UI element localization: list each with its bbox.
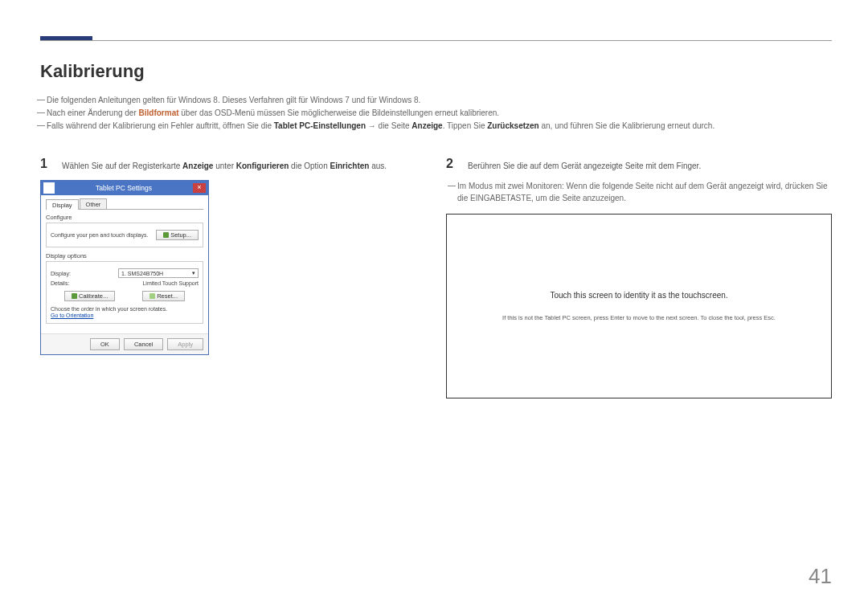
- reset-icon: [149, 293, 155, 299]
- details-label: Details:: [51, 280, 69, 286]
- intro-3-b1: Tablet PC-Einstellungen: [274, 121, 366, 130]
- column-2: 2 Berühren Sie die auf dem Gerät angezei…: [446, 157, 832, 398]
- touch-main-text: Touch this screen to identity it as the …: [550, 291, 727, 300]
- tab-display[interactable]: Display: [46, 199, 79, 210]
- reset-button[interactable]: Reset...: [142, 291, 185, 301]
- calibrate-button-label: Calibrate...: [79, 292, 108, 300]
- close-icon[interactable]: ×: [193, 183, 206, 193]
- display-select-value: 1. SMS24B750H: [121, 271, 163, 276]
- cancel-button[interactable]: Cancel: [124, 338, 163, 350]
- dialog-body: Display Other Configure Configure your p…: [41, 195, 208, 333]
- step-2-subnote: Im Modus mit zwei Monitoren: Wenn die fo…: [446, 180, 832, 204]
- orientation-link[interactable]: Go to Orientation: [51, 313, 93, 318]
- column-1: 1 Wählen Sie auf der Registerkarte Anzei…: [40, 157, 426, 398]
- display-label: Display:: [51, 271, 71, 276]
- intro-3-b3: Zurücksetzen: [487, 121, 538, 130]
- dialog-app-icon: [43, 182, 55, 194]
- intro-3-mid2: . Tippen Sie: [443, 121, 488, 130]
- display-options-label: Display options: [46, 252, 203, 260]
- page-title: Kalibrierung: [40, 61, 832, 82]
- tablet-pc-settings-dialog: Tablet PC Settings × Display Other Confi…: [40, 180, 209, 355]
- step-2-number: 2: [446, 157, 456, 171]
- s1-b1: Anzeige: [182, 161, 213, 170]
- details-value: Limited Touch Support: [142, 280, 199, 286]
- touch-sub-text: If this is not the Tablet PC screen, pre…: [502, 314, 776, 321]
- dialog-tabs: Display Other: [46, 198, 203, 210]
- intro-3-post: an, und führen Sie die Kalibrierung erne…: [539, 121, 714, 130]
- dialog-title: Tablet PC Settings: [55, 184, 193, 192]
- configure-box: Configure your pen and touch displays. S…: [46, 223, 203, 247]
- intro-3-pre: Falls während der Kalibrierung ein Fehle…: [47, 121, 274, 130]
- display-options-box: Display: 1. SMS24B750H ▾ Details: Limite…: [46, 261, 203, 324]
- calibrate-icon: [72, 293, 77, 299]
- ok-button[interactable]: OK: [90, 338, 120, 350]
- header-divider: [40, 40, 832, 41]
- dialog-titlebar: Tablet PC Settings ×: [41, 181, 208, 195]
- intro-2-post: über das OSD-Menü müssen Sie möglicherwe…: [179, 108, 500, 117]
- step-2-text: Berühren Sie die auf dem Gerät angezeigt…: [468, 157, 701, 172]
- rotation-text: Choose the order in which your screen ro…: [51, 306, 199, 312]
- intro-line-2: Nach einer Änderung der Bildformat über …: [40, 107, 832, 120]
- intro-text-1: Die folgenden Anleitungen gelten für Win…: [47, 96, 420, 104]
- intro-2-bold: Bildformat: [139, 108, 179, 117]
- step-1: 1 Wählen Sie auf der Registerkarte Anzei…: [40, 157, 426, 172]
- tab-other[interactable]: Other: [80, 198, 108, 209]
- intro-notes: Die folgenden Anleitungen gelten für Win…: [40, 94, 832, 133]
- intro-3-mid: → die Seite: [366, 121, 411, 130]
- calibrate-button[interactable]: Calibrate...: [64, 291, 115, 301]
- touch-screen-panel: Touch this screen to identity it as the …: [446, 214, 832, 398]
- setup-button[interactable]: Setup...: [156, 230, 199, 240]
- reset-button-label: Reset...: [157, 292, 178, 300]
- setup-icon: [163, 232, 169, 238]
- header-accent: [40, 36, 92, 40]
- s1-b2: Konfigurieren: [236, 161, 289, 170]
- page-number: 41: [809, 564, 832, 589]
- step-1-text: Wählen Sie auf der Registerkarte Anzeige…: [62, 157, 387, 172]
- s1-mid2: die Option: [289, 161, 330, 170]
- step-2: 2 Berühren Sie die auf dem Gerät angezei…: [446, 157, 832, 172]
- intro-2-pre: Nach einer Änderung der: [47, 108, 139, 117]
- dialog-footer: OK Cancel Apply: [41, 333, 208, 354]
- s1-post: aus.: [369, 161, 387, 170]
- step-1-number: 1: [40, 157, 50, 171]
- intro-3-b2: Anzeige: [411, 121, 442, 130]
- chevron-down-icon: ▾: [192, 270, 195, 276]
- intro-line-3: Falls während der Kalibrierung ein Fehle…: [40, 120, 832, 133]
- configure-text: Configure your pen and touch displays.: [51, 232, 148, 238]
- configure-label: Configure: [46, 214, 203, 221]
- setup-button-label: Setup...: [170, 231, 191, 239]
- s1-mid1: unter: [213, 161, 235, 170]
- intro-line-1: Die folgenden Anleitungen gelten für Win…: [40, 94, 832, 107]
- apply-button[interactable]: Apply: [167, 338, 203, 350]
- s1-pre: Wählen Sie auf der Registerkarte: [62, 161, 182, 170]
- s1-b3: Einrichten: [330, 161, 370, 170]
- display-select[interactable]: 1. SMS24B750H ▾: [118, 268, 199, 278]
